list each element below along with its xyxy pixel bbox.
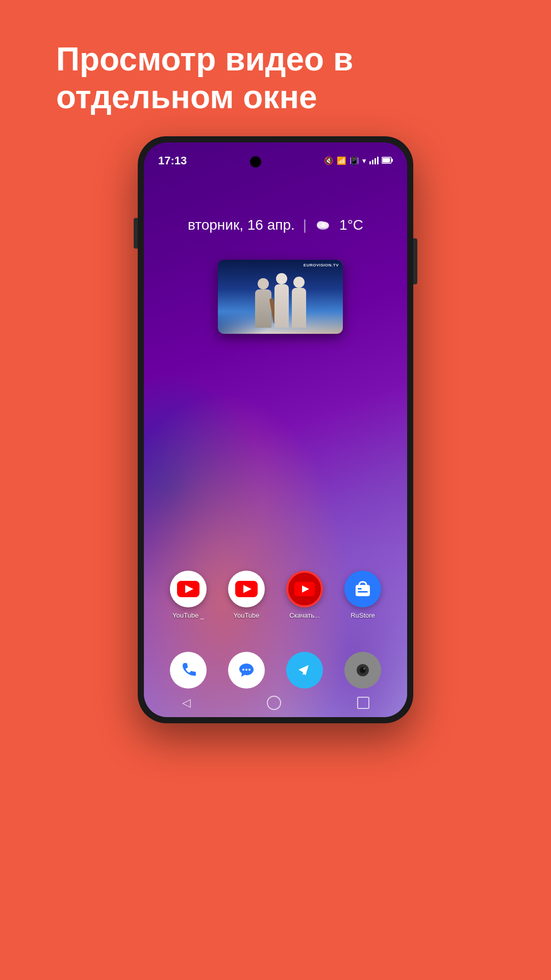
date-widget: вторник, 16 апр. | 1°C bbox=[144, 217, 407, 233]
app-download[interactable]: Скачать... bbox=[282, 571, 328, 619]
svg-point-19 bbox=[363, 668, 365, 670]
chat-icon bbox=[237, 661, 256, 679]
svg-rect-0 bbox=[369, 161, 371, 164]
performer-3 bbox=[292, 288, 306, 328]
pip-channel-label: EUROVISION.TV bbox=[304, 263, 339, 267]
app-youtube[interactable]: YouTube bbox=[223, 571, 269, 619]
pip-video-window[interactable]: EUROVISION.TV bbox=[218, 260, 343, 334]
date-text: вторник, 16 апр. bbox=[188, 217, 295, 233]
svg-rect-11 bbox=[358, 588, 362, 590]
dock-camera[interactable] bbox=[344, 652, 381, 689]
download-label: Скачать... bbox=[289, 611, 320, 619]
signal-icon bbox=[369, 156, 379, 166]
cloud-icon bbox=[315, 217, 331, 233]
date-divider: | bbox=[303, 217, 307, 233]
svg-point-15 bbox=[248, 669, 251, 671]
app-row-1: YouTube _ YouTube Скачать... bbox=[159, 571, 392, 619]
camera-hole bbox=[250, 156, 261, 167]
nav-bar: ◁ bbox=[144, 691, 407, 717]
mute-icon: 🔇 bbox=[324, 156, 334, 165]
youtube-modified-icon bbox=[170, 571, 207, 607]
performer-1 bbox=[255, 289, 271, 328]
svg-rect-6 bbox=[383, 158, 390, 162]
app-rustore[interactable]: RuStore bbox=[340, 571, 386, 619]
dock-phone[interactable] bbox=[170, 652, 207, 689]
youtube-modified-label: YouTube _ bbox=[172, 611, 204, 619]
performer-1-head bbox=[258, 278, 269, 289]
dock bbox=[144, 652, 407, 689]
performer-2-head bbox=[276, 273, 287, 284]
svg-rect-12 bbox=[358, 591, 368, 593]
performers bbox=[255, 282, 306, 328]
back-button[interactable]: ◁ bbox=[182, 696, 191, 709]
app-grid: YouTube _ YouTube Скачать... bbox=[144, 571, 407, 635]
wifi-icon: ▾ bbox=[362, 156, 366, 165]
temperature-text: 1°C bbox=[339, 217, 363, 233]
svg-rect-2 bbox=[374, 158, 376, 164]
svg-point-13 bbox=[242, 669, 244, 671]
rustore-icon bbox=[344, 571, 381, 607]
dock-chat[interactable] bbox=[228, 652, 265, 689]
svg-rect-3 bbox=[377, 157, 379, 164]
yt-play-button-1 bbox=[177, 581, 199, 597]
performer-2 bbox=[274, 284, 289, 328]
status-time: 17:13 bbox=[158, 154, 187, 167]
camera-icon bbox=[354, 661, 372, 679]
telegram-icon bbox=[294, 660, 315, 680]
app-youtube-modified[interactable]: YouTube _ bbox=[165, 571, 211, 619]
yt-play-button-2 bbox=[235, 581, 258, 597]
svg-rect-5 bbox=[391, 159, 393, 162]
svg-point-14 bbox=[245, 669, 247, 671]
dl-play-button bbox=[294, 582, 315, 596]
svg-rect-1 bbox=[372, 160, 373, 164]
youtube-label: YouTube bbox=[233, 611, 259, 619]
home-button[interactable] bbox=[267, 696, 281, 710]
phone-shell: 17:13 🔇 📶 📳 ▾ вторник, 16 апр. | bbox=[138, 136, 413, 723]
status-icons: 🔇 📶 📳 ▾ bbox=[324, 156, 393, 166]
performer-3-head bbox=[293, 277, 305, 288]
rustore-logo bbox=[352, 578, 374, 600]
battery-icon bbox=[382, 157, 393, 165]
page-title: Просмотр видео в отдельном окне bbox=[56, 41, 495, 116]
youtube-icon bbox=[228, 571, 265, 607]
bluetooth-icon: 📶 bbox=[337, 156, 346, 165]
status-bar: 17:13 🔇 📶 📳 ▾ bbox=[144, 142, 407, 171]
pip-video-content: EUROVISION.TV bbox=[218, 260, 343, 334]
svg-rect-10 bbox=[356, 585, 370, 596]
phone-icon bbox=[179, 661, 197, 679]
dock-telegram[interactable] bbox=[286, 652, 323, 689]
rustore-label: RuStore bbox=[350, 611, 375, 619]
download-icon bbox=[286, 571, 323, 607]
vibrate-icon: 📳 bbox=[349, 156, 359, 165]
svg-point-9 bbox=[321, 222, 329, 228]
phone-screen: 17:13 🔇 📶 📳 ▾ вторник, 16 апр. | bbox=[144, 142, 407, 717]
recents-button[interactable] bbox=[357, 697, 369, 709]
